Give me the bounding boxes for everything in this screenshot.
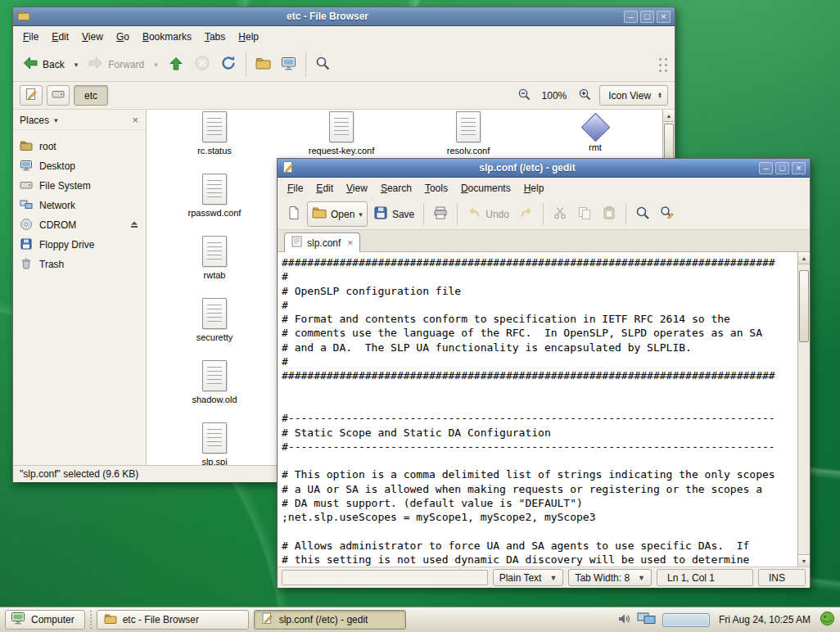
scrollbar-thumb[interactable] (664, 124, 674, 161)
search-button[interactable] (311, 52, 335, 77)
tab-slp-conf[interactable]: slp.conf × (284, 232, 360, 252)
eject-icon[interactable] (129, 219, 139, 232)
tab-width-select[interactable]: Tab Width: 8 ▼ (568, 569, 652, 586)
menu-help[interactable]: Help (232, 28, 265, 46)
menu-go[interactable]: Go (110, 28, 136, 46)
language-select[interactable]: Plain Text ▼ (493, 569, 564, 586)
sidebar-item-label: File System (39, 180, 91, 192)
sidebar-item-desktop[interactable]: Desktop (13, 156, 146, 176)
menu-file[interactable]: File (281, 179, 309, 197)
cut-button[interactable] (549, 202, 571, 226)
file-item[interactable]: securetty (157, 298, 272, 343)
sidebar-item-trash[interactable]: Trash (13, 255, 146, 274)
sidebar-item-root[interactable]: root (13, 137, 146, 156)
sidebar-item-cdrom[interactable]: CDROM (13, 215, 146, 235)
file-item[interactable]: slp.spi (157, 422, 272, 465)
zoom-out-button[interactable] (513, 84, 535, 106)
maximize-button[interactable]: □ (640, 11, 654, 23)
open-button[interactable]: Open ▾ (307, 201, 368, 227)
file-item[interactable]: rwtab (157, 236, 272, 281)
stop-button[interactable] (190, 52, 215, 77)
close-button[interactable]: × (792, 162, 806, 174)
menu-search[interactable]: Search (374, 179, 418, 197)
paste-button[interactable] (598, 202, 621, 226)
scrollbar-thumb[interactable] (799, 270, 809, 342)
menu-edit[interactable]: Edit (45, 28, 75, 46)
undo-button[interactable]: Undo (463, 202, 513, 226)
display-settings-icon[interactable] (637, 612, 657, 628)
replace-button[interactable] (656, 202, 679, 226)
suse-tray-icon[interactable] (820, 611, 835, 629)
task-gedit[interactable]: slp.conf (/etc) - gedit (254, 610, 406, 630)
path-button-etc[interactable]: etc (74, 85, 108, 106)
minimize-button[interactable]: – (759, 162, 773, 174)
zoom-in-button[interactable] (574, 84, 595, 106)
scroll-up-icon[interactable]: ▲ (663, 110, 675, 122)
file-browser-titlebar[interactable]: etc - File Browser – □ × (13, 7, 675, 26)
chevron-down-icon: ▼ (638, 574, 645, 582)
scroll-down-icon[interactable]: ▼ (798, 554, 810, 567)
copy-button[interactable] (573, 202, 596, 226)
clock[interactable]: Fri Aug 24, 10:25 AM (716, 614, 814, 625)
edit-location-button[interactable] (20, 85, 43, 106)
chevron-down-icon: ▼ (549, 574, 557, 582)
sidebar-item-floppy[interactable]: Floppy Drive (13, 235, 146, 255)
gedit-titlebar[interactable]: slp.conf (/etc) - gedit – □ × (278, 159, 810, 178)
file-item[interactable]: request-key.conf (284, 111, 399, 156)
new-document-button[interactable] (282, 202, 305, 226)
tray-indicator[interactable] (662, 613, 710, 627)
computer-button[interactable] (277, 52, 300, 77)
menu-file[interactable]: File (16, 28, 45, 46)
menu-view[interactable]: View (340, 179, 374, 197)
text-editor[interactable]: ########################################… (278, 252, 810, 567)
menu-edit[interactable]: Edit (309, 179, 340, 197)
scroll-up-icon[interactable]: ▲ (798, 252, 810, 264)
home-button[interactable] (251, 52, 275, 77)
find-button[interactable] (631, 202, 654, 226)
zoom-in-icon (578, 88, 591, 103)
close-sidebar-button[interactable]: × (129, 114, 141, 126)
editor-scrollbar[interactable]: ▲ ▼ (797, 252, 810, 567)
text-file-icon (202, 174, 227, 205)
volume-icon[interactable] (617, 612, 631, 628)
places-sidebar: Places ▾ × root Desktop (13, 110, 147, 465)
places-label: Places (20, 115, 49, 126)
file-item[interactable]: resolv.conf (411, 111, 526, 156)
close-button[interactable]: × (657, 11, 671, 23)
gedit-menubar: File Edit View Search Tools Documents He… (278, 178, 810, 199)
forward-history-dropdown[interactable]: ▾ (150, 57, 162, 72)
editor-content[interactable]: ########################################… (282, 255, 797, 567)
task-file-browser[interactable]: etc - File Browser (97, 610, 249, 630)
view-mode-select[interactable]: Icon View ▲▼ (599, 85, 668, 106)
computer-menu-button[interactable]: Computer (5, 610, 85, 630)
menu-bookmarks[interactable]: Bookmarks (136, 28, 198, 46)
redo-button[interactable] (515, 202, 538, 226)
tab-close-button[interactable]: × (345, 237, 353, 249)
menu-tabs[interactable]: Tabs (198, 28, 232, 46)
file-item[interactable]: shadow.old (157, 360, 272, 405)
print-button[interactable] (429, 202, 452, 226)
menu-view[interactable]: View (75, 28, 110, 46)
reload-button[interactable] (216, 52, 241, 77)
menu-tools[interactable]: Tools (418, 179, 454, 197)
places-selector[interactable]: Places ▾ (20, 115, 129, 126)
forward-button[interactable]: Forward (84, 52, 148, 77)
sidebar-item-label: Network (39, 200, 75, 211)
menu-documents[interactable]: Documents (454, 179, 517, 197)
file-item[interactable]: rc.status (157, 111, 272, 156)
copy-icon (577, 205, 592, 223)
back-history-dropdown[interactable]: ▾ (70, 57, 83, 72)
sidebar-item-network[interactable]: Network (13, 196, 146, 215)
maximize-button[interactable]: □ (775, 162, 789, 174)
file-item[interactable]: rpasswd.conf (157, 174, 272, 219)
back-button[interactable]: Back (18, 52, 69, 77)
file-item[interactable]: rmt (538, 111, 653, 153)
menu-help[interactable]: Help (517, 179, 551, 197)
root-drive-button[interactable] (47, 85, 70, 106)
sidebar-item-file-system[interactable]: File System (13, 176, 146, 196)
save-button[interactable]: Save (369, 202, 418, 226)
up-button[interactable] (164, 52, 188, 77)
minimize-button[interactable]: – (624, 11, 638, 23)
toolbar-separator (625, 203, 626, 225)
arrow-left-icon (22, 55, 38, 74)
